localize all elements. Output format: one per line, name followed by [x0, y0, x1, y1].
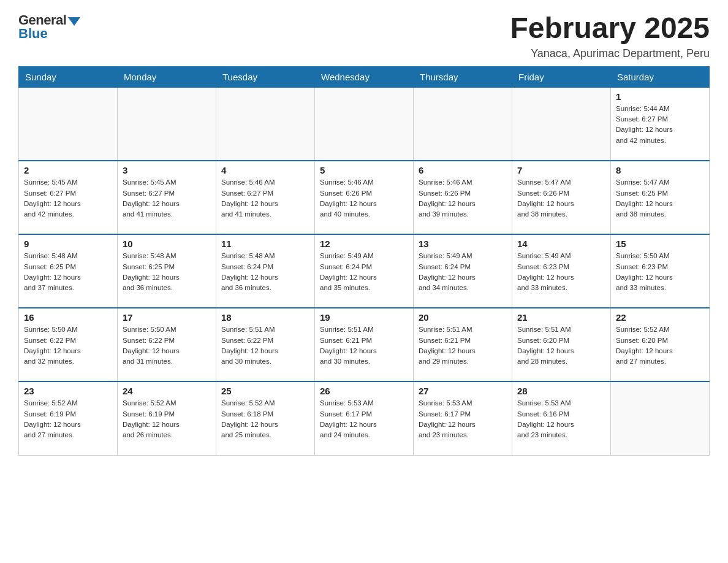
- calendar-cell: 18Sunrise: 5:51 AMSunset: 6:22 PMDayligh…: [216, 308, 315, 381]
- weekday-header-tuesday: Tuesday: [216, 66, 315, 87]
- day-number: 15: [616, 239, 704, 249]
- calendar-cell: 10Sunrise: 5:48 AMSunset: 6:25 PMDayligh…: [118, 234, 216, 308]
- day-number: 6: [419, 165, 507, 175]
- day-info: Sunrise: 5:52 AMSunset: 6:20 PMDaylight:…: [616, 324, 704, 367]
- day-info: Sunrise: 5:47 AMSunset: 6:26 PMDaylight:…: [517, 177, 605, 220]
- calendar-cell: 2Sunrise: 5:45 AMSunset: 6:27 PMDaylight…: [19, 161, 118, 234]
- day-info: Sunrise: 5:49 AMSunset: 6:24 PMDaylight:…: [419, 251, 507, 293]
- calendar-cell: 27Sunrise: 5:53 AMSunset: 6:17 PMDayligh…: [414, 381, 512, 455]
- day-number: 5: [320, 165, 408, 175]
- calendar-cell: 8Sunrise: 5:47 AMSunset: 6:25 PMDaylight…: [611, 161, 710, 234]
- calendar-cell: 16Sunrise: 5:50 AMSunset: 6:22 PMDayligh…: [19, 308, 118, 381]
- calendar-cell: [611, 381, 710, 455]
- calendar-cell: [118, 87, 216, 161]
- day-number: 14: [517, 239, 605, 249]
- calendar-cell: 25Sunrise: 5:52 AMSunset: 6:18 PMDayligh…: [216, 381, 315, 455]
- day-info: Sunrise: 5:50 AMSunset: 6:22 PMDaylight:…: [24, 324, 112, 367]
- calendar-cell: 24Sunrise: 5:52 AMSunset: 6:19 PMDayligh…: [118, 381, 216, 455]
- calendar-header-row: SundayMondayTuesdayWednesdayThursdayFrid…: [19, 66, 710, 87]
- day-number: 2: [24, 165, 112, 175]
- day-number: 20: [419, 312, 507, 323]
- day-number: 17: [123, 312, 211, 323]
- day-number: 16: [24, 312, 112, 323]
- day-info: Sunrise: 5:45 AMSunset: 6:27 PMDaylight:…: [24, 177, 112, 220]
- day-info: Sunrise: 5:51 AMSunset: 6:21 PMDaylight:…: [419, 324, 507, 367]
- calendar-cell: 6Sunrise: 5:46 AMSunset: 6:26 PMDaylight…: [414, 161, 512, 234]
- logo-arrow-icon: [68, 17, 80, 26]
- calendar-cell: 13Sunrise: 5:49 AMSunset: 6:24 PMDayligh…: [414, 234, 512, 308]
- day-number: 25: [221, 386, 309, 396]
- day-info: Sunrise: 5:48 AMSunset: 6:25 PMDaylight:…: [24, 251, 112, 293]
- logo-blue-text: Blue: [18, 26, 48, 42]
- day-info: Sunrise: 5:47 AMSunset: 6:25 PMDaylight:…: [616, 177, 704, 220]
- day-info: Sunrise: 5:51 AMSunset: 6:20 PMDaylight:…: [517, 324, 605, 367]
- day-number: 13: [419, 239, 507, 249]
- day-number: 10: [123, 239, 211, 249]
- day-number: 21: [517, 312, 605, 323]
- calendar-table: SundayMondayTuesdayWednesdayThursdayFrid…: [18, 66, 710, 456]
- calendar-cell: [414, 87, 512, 161]
- day-info: Sunrise: 5:52 AMSunset: 6:19 PMDaylight:…: [123, 398, 211, 440]
- calendar-cell: 3Sunrise: 5:45 AMSunset: 6:27 PMDaylight…: [118, 161, 216, 234]
- day-number: 18: [221, 312, 309, 323]
- calendar-cell: 20Sunrise: 5:51 AMSunset: 6:21 PMDayligh…: [414, 308, 512, 381]
- day-info: Sunrise: 5:44 AMSunset: 6:27 PMDaylight:…: [616, 104, 704, 146]
- calendar-week-row: 1Sunrise: 5:44 AMSunset: 6:27 PMDaylight…: [19, 87, 710, 161]
- calendar-cell: 4Sunrise: 5:46 AMSunset: 6:27 PMDaylight…: [216, 161, 315, 234]
- day-number: 1: [616, 91, 704, 102]
- day-info: Sunrise: 5:51 AMSunset: 6:21 PMDaylight:…: [320, 324, 408, 367]
- weekday-header-saturday: Saturday: [611, 66, 710, 87]
- calendar-cell: 9Sunrise: 5:48 AMSunset: 6:25 PMDaylight…: [19, 234, 118, 308]
- day-info: Sunrise: 5:46 AMSunset: 6:26 PMDaylight:…: [419, 177, 507, 220]
- day-info: Sunrise: 5:48 AMSunset: 6:25 PMDaylight:…: [123, 251, 211, 293]
- calendar-cell: 26Sunrise: 5:53 AMSunset: 6:17 PMDayligh…: [315, 381, 414, 455]
- day-number: 28: [517, 386, 605, 396]
- calendar-week-row: 23Sunrise: 5:52 AMSunset: 6:19 PMDayligh…: [19, 381, 710, 455]
- day-number: 8: [616, 165, 704, 175]
- day-number: 12: [320, 239, 408, 249]
- day-number: 4: [221, 165, 309, 175]
- day-info: Sunrise: 5:45 AMSunset: 6:27 PMDaylight:…: [123, 177, 211, 220]
- weekday-header-friday: Friday: [512, 66, 611, 87]
- day-info: Sunrise: 5:50 AMSunset: 6:23 PMDaylight:…: [616, 251, 704, 293]
- calendar-week-row: 2Sunrise: 5:45 AMSunset: 6:27 PMDaylight…: [19, 161, 710, 234]
- day-info: Sunrise: 5:48 AMSunset: 6:24 PMDaylight:…: [221, 251, 309, 293]
- calendar-cell: 7Sunrise: 5:47 AMSunset: 6:26 PMDaylight…: [512, 161, 611, 234]
- calendar-cell: [19, 87, 118, 161]
- day-info: Sunrise: 5:46 AMSunset: 6:27 PMDaylight:…: [221, 177, 309, 220]
- calendar-cell: 11Sunrise: 5:48 AMSunset: 6:24 PMDayligh…: [216, 234, 315, 308]
- calendar-cell: 19Sunrise: 5:51 AMSunset: 6:21 PMDayligh…: [315, 308, 414, 381]
- day-info: Sunrise: 5:52 AMSunset: 6:19 PMDaylight:…: [24, 398, 112, 440]
- day-number: 11: [221, 239, 309, 249]
- weekday-header-monday: Monday: [118, 66, 216, 87]
- page-header: General Blue February 2025 Yanaca, Apuri…: [18, 12, 710, 60]
- calendar-cell: 5Sunrise: 5:46 AMSunset: 6:26 PMDaylight…: [315, 161, 414, 234]
- calendar-cell: 1Sunrise: 5:44 AMSunset: 6:27 PMDaylight…: [611, 87, 710, 161]
- calendar-cell: 12Sunrise: 5:49 AMSunset: 6:24 PMDayligh…: [315, 234, 414, 308]
- day-number: 22: [616, 312, 704, 323]
- location-text: Yanaca, Apurimac Department, Peru: [510, 47, 710, 60]
- calendar-cell: [315, 87, 414, 161]
- day-number: 27: [419, 386, 507, 396]
- title-section: February 2025 Yanaca, Apurimac Departmen…: [510, 12, 710, 60]
- day-info: Sunrise: 5:49 AMSunset: 6:24 PMDaylight:…: [320, 251, 408, 293]
- calendar-cell: [512, 87, 611, 161]
- calendar-week-row: 9Sunrise: 5:48 AMSunset: 6:25 PMDaylight…: [19, 234, 710, 308]
- day-number: 23: [24, 386, 112, 396]
- day-number: 24: [123, 386, 211, 396]
- calendar-cell: 23Sunrise: 5:52 AMSunset: 6:19 PMDayligh…: [19, 381, 118, 455]
- calendar-week-row: 16Sunrise: 5:50 AMSunset: 6:22 PMDayligh…: [19, 308, 710, 381]
- calendar-cell: 28Sunrise: 5:53 AMSunset: 6:16 PMDayligh…: [512, 381, 611, 455]
- day-number: 9: [24, 239, 112, 249]
- weekday-header-thursday: Thursday: [414, 66, 512, 87]
- day-info: Sunrise: 5:46 AMSunset: 6:26 PMDaylight:…: [320, 177, 408, 220]
- logo: General Blue: [18, 12, 80, 42]
- day-info: Sunrise: 5:53 AMSunset: 6:16 PMDaylight:…: [517, 398, 605, 440]
- calendar-cell: 15Sunrise: 5:50 AMSunset: 6:23 PMDayligh…: [611, 234, 710, 308]
- day-info: Sunrise: 5:52 AMSunset: 6:18 PMDaylight:…: [221, 398, 309, 440]
- month-title: February 2025: [510, 12, 710, 45]
- weekday-header-wednesday: Wednesday: [315, 66, 414, 87]
- day-info: Sunrise: 5:53 AMSunset: 6:17 PMDaylight:…: [320, 398, 408, 440]
- day-info: Sunrise: 5:50 AMSunset: 6:22 PMDaylight:…: [123, 324, 211, 367]
- day-number: 26: [320, 386, 408, 396]
